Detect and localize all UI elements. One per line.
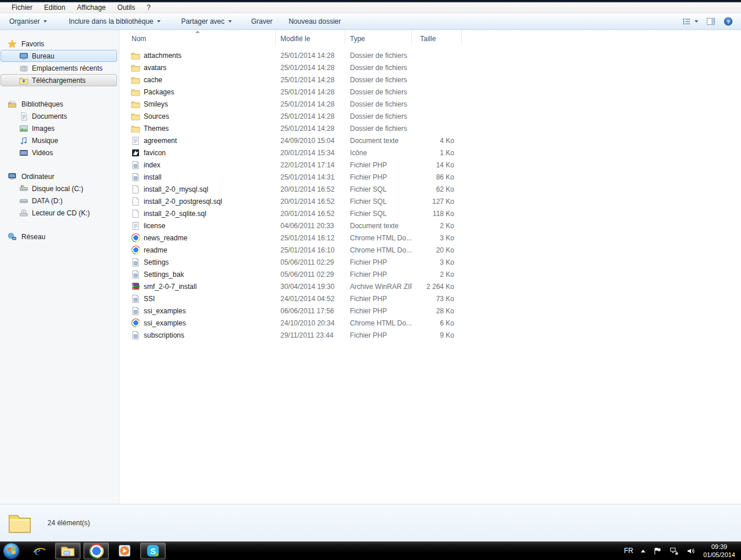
file-size: 14 Ko xyxy=(412,161,462,169)
show-hidden-icons-button[interactable] xyxy=(641,550,645,552)
file-name-cell: ssi_examples xyxy=(119,319,276,328)
sidebar-group: OrdinateurDisque local (C:)DATA (D:)Lect… xyxy=(0,170,119,219)
file-type: Chrome HTML Do... xyxy=(345,246,412,254)
sidebar-item-label: Vidéos xyxy=(32,149,53,157)
file-name: favicon xyxy=(144,149,166,157)
sidebar-item-emplacementsrcents[interactable]: Emplacements récents xyxy=(1,62,117,74)
sidebar-item-documents[interactable]: Documents xyxy=(1,110,117,122)
table-row[interactable]: readme25/01/2014 16:10Chrome HTML Do...2… xyxy=(119,244,741,256)
taskbar-button-windows-explorer[interactable] xyxy=(55,543,81,559)
sidebar-item-datad[interactable]: DATA (D:) xyxy=(1,195,117,207)
file-name: Settings_bak xyxy=(144,270,184,279)
sidebar-group-header-favoris[interactable]: Favoris xyxy=(0,38,119,50)
text-document-icon xyxy=(131,221,140,230)
table-row[interactable]: Sources25/01/2014 14:28Dossier de fichie… xyxy=(119,110,741,122)
table-row[interactable]: subscriptions29/11/2011 23:44Fichier PHP… xyxy=(119,329,741,341)
sidebar-item-disquelocalc[interactable]: Disque local (C:) xyxy=(1,182,117,195)
share-with-button[interactable]: Partager avec xyxy=(176,14,238,28)
menu-bar: Fichier Edition Affichage Outils ? xyxy=(0,2,741,13)
file-size: 127 Ko xyxy=(412,197,462,206)
column-header-taille[interactable]: Taille xyxy=(412,30,462,45)
sidebar-item-tlchargements[interactable]: Téléchargements xyxy=(1,74,117,86)
sidebar-group-header-rseau[interactable]: Réseau xyxy=(0,230,119,243)
clock[interactable]: 09:39 01/05/2014 xyxy=(703,543,735,559)
table-row[interactable]: Settings_bak05/06/2011 02:29Fichier PHP2… xyxy=(119,268,741,280)
file-type: Document texte xyxy=(345,137,412,145)
sidebar-group-header-ordinateur[interactable]: Ordinateur xyxy=(0,170,119,182)
menu-edition[interactable]: Edition xyxy=(38,2,71,13)
file-type: Fichier SQL xyxy=(345,210,412,218)
table-row[interactable]: smf_2-0-7_install30/04/2014 19:30Archive… xyxy=(119,280,741,292)
table-row[interactable]: Smileys25/01/2014 14:28Dossier de fichie… xyxy=(119,98,741,110)
table-row[interactable]: cache25/01/2014 14:28Dossier de fichiers xyxy=(119,74,741,86)
file-modified: 24/10/2010 20:34 xyxy=(276,319,345,327)
help-button[interactable]: ? xyxy=(724,17,733,26)
menu-affichage[interactable]: Affichage xyxy=(71,2,112,13)
table-row[interactable]: install25/01/2014 14:31Fichier PHP86 Ko xyxy=(119,171,741,183)
preview-pane-button[interactable] xyxy=(706,17,716,26)
change-view-button[interactable] xyxy=(682,17,698,26)
sidebar-item-label: Lecteur de CD (K:) xyxy=(32,209,90,217)
table-row[interactable]: install_2-0_postgresql.sql20/01/2014 16:… xyxy=(119,195,741,207)
file-name-cell: cache xyxy=(119,75,276,85)
file-name-cell: news_readme xyxy=(119,233,276,243)
svg-text:S: S xyxy=(150,547,156,556)
column-header-modifie[interactable]: Modifié le xyxy=(276,30,345,45)
file-type: Fichier PHP xyxy=(345,295,412,303)
table-row[interactable]: Themes25/01/2014 14:28Dossier de fichier… xyxy=(119,122,741,134)
menu-outils[interactable]: Outils xyxy=(112,2,141,13)
sidebar-item-lecteurdecdk[interactable]: Lecteur de CD (K:) xyxy=(1,207,117,219)
organize-button[interactable]: Organiser xyxy=(3,14,53,28)
sidebar-item-bureau[interactable]: Bureau xyxy=(1,50,117,62)
time: 09:39 xyxy=(703,543,735,551)
table-row[interactable]: license04/06/2011 20:33Document texte2 K… xyxy=(119,219,741,232)
file-name: Smileys xyxy=(144,100,168,108)
file-type: Icône xyxy=(345,149,412,157)
table-row[interactable]: agreement24/09/2010 15:04Document texte4… xyxy=(119,134,741,147)
action-center-flag-icon[interactable] xyxy=(653,546,662,555)
navigation-pane: FavorisBureauEmplacements récentsTélécha… xyxy=(0,30,119,504)
language-indicator[interactable]: FR xyxy=(624,547,633,555)
include-in-library-button[interactable]: Inclure dans la bibliothèque xyxy=(63,14,166,28)
table-row[interactable]: Settings05/06/2011 02:29Fichier PHP3 Ko xyxy=(119,256,741,268)
file-name-cell: Settings xyxy=(119,258,276,267)
network-tray-icon[interactable] xyxy=(670,546,679,555)
sidebar-group-header-bibliothques[interactable]: Bibliothèques xyxy=(0,98,119,110)
taskbar-button-internet-explorer[interactable]: e xyxy=(27,542,52,559)
sidebar-item-vidos[interactable]: Vidéos xyxy=(1,147,117,159)
file-modified: 25/01/2014 14:28 xyxy=(276,52,345,60)
table-row[interactable]: install_2-0_mysql.sql20/01/2014 16:52Fic… xyxy=(119,183,741,195)
table-row[interactable]: favicon20/01/2014 15:34Icône1 Ko xyxy=(119,147,741,159)
taskbar-button-skype[interactable]: S xyxy=(140,543,166,559)
start-button[interactable] xyxy=(3,543,20,559)
menu-fichier[interactable]: Fichier xyxy=(6,2,38,13)
table-row[interactable]: news_readme25/01/2014 16:12Chrome HTML D… xyxy=(119,232,741,244)
file-name: Sources xyxy=(144,112,169,120)
table-row[interactable]: Packages25/01/2014 14:28Dossier de fichi… xyxy=(119,86,741,98)
menu-help[interactable]: ? xyxy=(141,2,156,13)
column-header-nom[interactable]: Nom xyxy=(119,30,276,45)
downloads-icon xyxy=(19,76,28,85)
new-folder-button[interactable]: Nouveau dossier xyxy=(283,14,346,28)
sidebar-item-musique[interactable]: Musique xyxy=(1,134,117,147)
burn-button[interactable]: Graver xyxy=(246,14,279,28)
file-name: attachments xyxy=(144,52,181,60)
table-row[interactable]: SSI24/01/2014 04:52Fichier PHP73 Ko xyxy=(119,292,741,305)
table-row[interactable]: ssi_examples06/06/2011 17:56Fichier PHP2… xyxy=(119,305,741,317)
cd-drive-icon xyxy=(19,208,28,218)
sidebar-item-images[interactable]: Images xyxy=(1,122,117,134)
table-row[interactable]: install_2-0_sqlite.sql20/01/2014 16:52Fi… xyxy=(119,207,741,219)
taskbar-button-media-player[interactable] xyxy=(112,542,137,559)
speaker-icon[interactable] xyxy=(687,546,696,555)
file-modified: 05/06/2011 02:29 xyxy=(276,270,345,279)
table-row[interactable]: attachments25/01/2014 14:28Dossier de fi… xyxy=(119,49,741,61)
table-row[interactable]: ssi_examples24/10/2010 20:34Chrome HTML … xyxy=(119,317,741,329)
chrome-html-icon xyxy=(131,246,140,255)
taskbar-button-chrome[interactable] xyxy=(83,543,109,559)
table-row[interactable]: avatars25/01/2014 14:28Dossier de fichie… xyxy=(119,61,741,74)
file-name-cell: ssi_examples xyxy=(119,306,276,316)
column-headers: Nom Modifié le Type Taille xyxy=(119,30,741,45)
folder-icon xyxy=(131,87,140,97)
table-row[interactable]: index22/01/2014 17:14Fichier PHP14 Ko xyxy=(119,159,741,171)
column-header-type[interactable]: Type xyxy=(345,30,412,45)
